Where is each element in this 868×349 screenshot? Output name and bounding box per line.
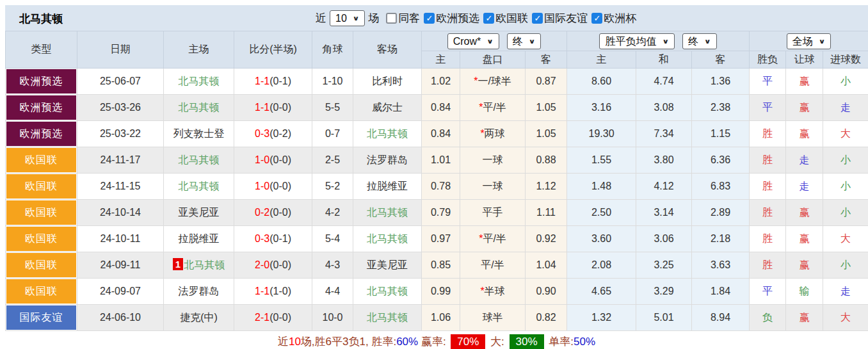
odds-home-cell: 0.97 (422, 226, 460, 252)
odds-home-cell: 1.02 (422, 69, 460, 95)
fulltime-score: 2-1 (255, 312, 269, 323)
away-team-cell[interactable]: 法罗群岛 (353, 147, 422, 174)
home-team-cell[interactable]: 1北马其顿 (164, 252, 234, 279)
match-row: 欧洲预选25-06-07北马其顿1-1(0-1)1-10比利时1.02*一/球半… (6, 69, 868, 95)
home-team-cell[interactable]: 北马其顿 (164, 69, 234, 95)
handicap-result-cell: 赢 (786, 305, 823, 331)
home-team-name: 拉脱维亚 (179, 233, 220, 244)
away-team-cell[interactable]: 北马其顿 (353, 121, 422, 147)
filters-container: 同客✓欧洲预选✓欧国联✓国际友谊✓欧洲杯 (382, 11, 636, 26)
odds-away-cell: 1.12 (526, 174, 567, 200)
away-team-name: 亚美尼亚 (367, 259, 408, 270)
home-team-name: 北马其顿 (179, 102, 220, 113)
summary-text: 场,胜6平3负1, 胜率: (301, 336, 396, 348)
filter-label[interactable]: 欧洲杯 (604, 11, 636, 26)
away-team-cell[interactable]: 北马其顿 (353, 200, 422, 226)
home-team-name: 法罗群岛 (179, 286, 220, 296)
col-header-away: 客场 (353, 31, 422, 69)
avg-stage-select[interactable]: 终 ∨ (682, 33, 717, 49)
avg-away-cell: 6.36 (692, 147, 750, 174)
home-team-cell[interactable]: 拉脱维亚 (164, 226, 234, 252)
halftime-score: (0-0) (269, 181, 291, 191)
avg-home-cell: 1.55 (567, 147, 636, 174)
avg-draw-cell: 3.80 (636, 147, 692, 174)
home-team-name: 列支敦士登 (173, 128, 225, 139)
home-team-cell[interactable]: 捷克(中) (164, 305, 234, 331)
away-team-cell[interactable]: 北马其顿 (353, 305, 422, 331)
filter-label[interactable]: 国际友谊 (544, 11, 588, 26)
away-team-cell[interactable]: 比利时 (353, 69, 422, 95)
score-cell: 0-3(0-2) (234, 121, 312, 147)
filter-label[interactable]: 同客 (398, 11, 420, 26)
filter-label[interactable]: 欧国联 (495, 11, 528, 26)
away-team-cell[interactable]: 拉脱维亚 (353, 174, 422, 200)
goals-result-cell: 大 (823, 305, 868, 331)
odds-away-cell: 1.05 (526, 121, 567, 147)
handicap-result-cell: 走 (786, 174, 823, 200)
fulltime-score: 0-3 (255, 128, 269, 139)
subcol-avg-away: 客 (692, 51, 750, 69)
handicap-result-cell: 赢 (786, 95, 823, 121)
odds-stage-value: 终 (513, 35, 523, 47)
unchecked-checkbox[interactable] (386, 13, 397, 24)
match-type-cell: 欧洲预选 (6, 69, 77, 95)
halftime-score: (0-1) (269, 233, 291, 244)
filter-label[interactable]: 欧洲预选 (436, 11, 479, 26)
match-type-cell: 欧国联 (6, 174, 77, 200)
halftime-score: (0-0) (269, 207, 291, 218)
summary-stat: 60% (396, 336, 418, 348)
result-cell: 胜 (750, 174, 786, 200)
avg-away-cell: 3.63 (692, 252, 750, 279)
away-team-cell[interactable]: 北马其顿 (353, 226, 422, 252)
match-type-cell: 国际友谊 (6, 305, 77, 331)
away-team-cell[interactable]: 威尔士 (353, 95, 422, 121)
checked-checkbox[interactable]: ✓ (591, 13, 602, 24)
odds-home-cell: 0.84 (422, 95, 460, 121)
score-cell: 0-2(0-0) (234, 200, 312, 226)
avg-draw-cell: 3.14 (636, 200, 692, 226)
home-team-cell[interactable]: 列支敦士登 (164, 121, 234, 147)
match-type-cell: 欧洲预选 (6, 121, 77, 147)
handicap-result-cell: 走 (786, 147, 823, 174)
handicap-cell: *半球 (460, 279, 526, 305)
away-team-cell[interactable]: 北马其顿 (353, 279, 422, 305)
score-cell: 1-1(0-1) (234, 69, 312, 95)
handicap-cell: 球半 (460, 305, 526, 331)
checked-checkbox[interactable]: ✓ (532, 13, 543, 24)
handicap-name: 平/半 (483, 233, 506, 244)
away-team-name: 比利时 (372, 76, 403, 86)
scope-select[interactable]: 全场 ∨ (787, 33, 832, 49)
home-team-cell[interactable]: 北马其顿 (164, 174, 234, 200)
match-type-badge: 欧国联 (6, 148, 76, 172)
col-header-score: 比分(半场) (234, 31, 312, 69)
odds-company-select[interactable]: Crow* ∨ (447, 33, 499, 49)
score-cell: 1-1(0-0) (234, 95, 312, 121)
match-date-cell: 24-09-11 (77, 252, 164, 279)
match-type-badge: 欧国联 (6, 200, 76, 225)
avg-away-cell: 1.15 (692, 121, 750, 147)
avg-stage-value: 终 (688, 35, 698, 47)
away-team-name: 拉脱维亚 (367, 181, 408, 191)
handicap-cell: 一球 (460, 147, 526, 174)
handicap-cell: 平手 (460, 200, 526, 226)
checked-checkbox[interactable]: ✓ (483, 13, 494, 24)
match-type-cell: 欧国联 (6, 252, 77, 279)
handicap-result-cell: 赢 (786, 121, 823, 147)
away-team-cell[interactable]: 亚美尼亚 (353, 252, 422, 279)
home-team-cell[interactable]: 北马其顿 (164, 95, 234, 121)
home-team-cell[interactable]: 亚美尼亚 (164, 200, 234, 226)
match-type-badge: 欧洲预选 (6, 122, 76, 146)
avg-type-select[interactable]: 胜平负均值 ∨ (599, 33, 675, 49)
goals-result-cell: 大 (823, 121, 868, 147)
home-team-cell[interactable]: 法罗群岛 (164, 279, 234, 305)
avg-draw-cell: 4.74 (636, 69, 692, 95)
odds-stage-select[interactable]: 终 ∨ (507, 33, 542, 49)
home-team-cell[interactable]: 北马其顿 (164, 147, 234, 174)
odds-away-cell: 0.88 (526, 147, 567, 174)
match-type-badge: 欧国联 (6, 174, 76, 199)
checked-checkbox[interactable]: ✓ (424, 13, 435, 24)
subcol-result: 胜负 (750, 51, 786, 69)
match-row: 欧国联24-10-11拉脱维亚0-3(0-1)5-4北马其顿0.97*平/半0.… (6, 226, 868, 252)
match-count-select[interactable]: 10 ∨ (330, 10, 365, 26)
handicap-cell: *平/半 (460, 95, 526, 121)
